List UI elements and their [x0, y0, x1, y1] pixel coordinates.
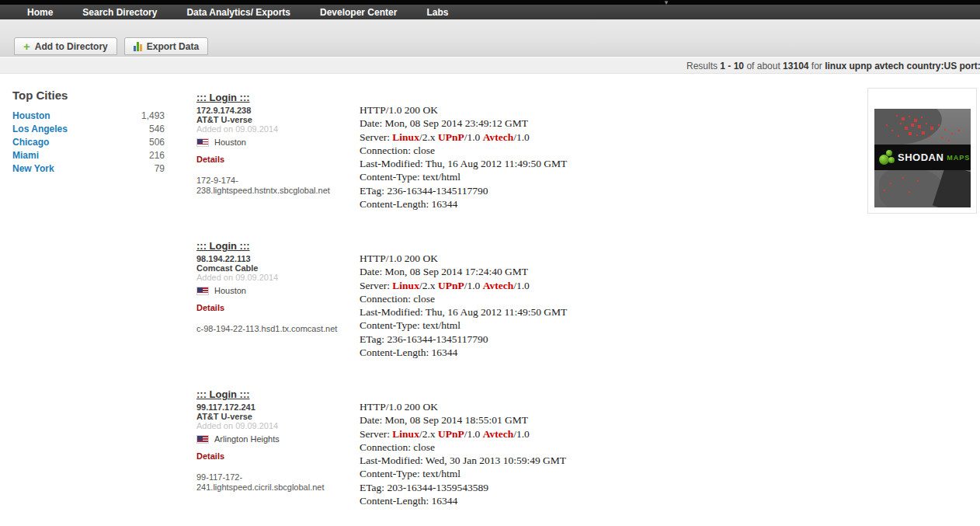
banner-line: Content-Length: 16344 [360, 494, 554, 507]
map-landmass-north [874, 109, 944, 149]
result-ip: 98.194.22.113 [196, 254, 360, 263]
banner-line: Content-Type: text/html [360, 170, 554, 183]
main-navbar: Home Search Directory Data Analytics/ Ex… [0, 5, 980, 19]
bar-chart-icon [134, 42, 142, 51]
export-data-button[interactable]: Export Data [124, 37, 208, 55]
search-result: ::: Login ::: 99.117.172.241 AT&T U-vers… [196, 387, 554, 507]
result-isp: Comcast Cable [196, 263, 360, 273]
city-count: 216 [149, 150, 165, 161]
banner-line: Content-Type: text/html [360, 319, 554, 332]
result-isp: AT&T U-verse [196, 412, 360, 421]
shodan-search-results-page: ▾ Home Search Directory Data Analytics/ … [0, 0, 980, 526]
result-city: Houston [214, 138, 246, 147]
toolbar: + Add to Directory Export Data [14, 37, 208, 55]
banner-line: ETag: 236-16344-1345117790 [360, 333, 554, 346]
result-location: Arlington Heights [196, 434, 360, 444]
map-subtitle: MAPS [947, 154, 970, 162]
top-cities-sidebar: Top Cities Houston 1,493 Los Angeles 546… [12, 89, 165, 175]
results-summary: Results 1 - 10 of about 13104 for linux … [686, 61, 980, 71]
top-cities-title: Top Cities [12, 89, 165, 102]
results-range: 1 - 10 [720, 61, 744, 71]
banner-line: Last-Modified: Wed, 30 Jan 2013 10:59:49… [360, 454, 554, 467]
banner-line: Last-Modified: Thu, 16 Aug 2012 11:49:50… [360, 305, 554, 319]
search-result: ::: Login ::: 98.194.22.113 Comcast Cabl… [196, 239, 554, 359]
results-summary-band: Results 1 - 10 of about 13104 for linux … [0, 57, 980, 74]
banner-line: ETag: 236-16344-1345117790 [360, 184, 554, 197]
details-link[interactable]: Details [196, 451, 224, 461]
result-ip: 99.117.172.241 [196, 402, 360, 412]
result-city: Arlington Heights [214, 434, 280, 444]
result-title-link[interactable]: ::: Login ::: [196, 240, 250, 252]
us-flag-icon [196, 287, 209, 295]
nav-item-data-analytics-exports[interactable]: Data Analytics/ Exports [186, 7, 290, 18]
us-flag-icon [196, 435, 209, 444]
result-title-link[interactable]: ::: Login ::: [196, 92, 250, 103]
map-logo-band: SHODAN MAPS [874, 145, 971, 170]
city-row: Los Angeles 546 [12, 122, 165, 135]
us-flag-icon [196, 138, 209, 147]
banner-line: HTTP/1.0 200 OK [360, 103, 554, 117]
result-added-date: Added on 09.09.2014 [196, 421, 360, 430]
result-added-date: Added on 09.09.2014 [196, 124, 360, 134]
result-hostname: 99-117-172-241.lightspeed.cicril.sbcglob… [196, 472, 352, 493]
result-hostname: c-98-194-22-113.hsd1.tx.comcast.net [196, 324, 352, 334]
result-hostname: 172-9-174-238.lightspeed.hstntx.sbcgloba… [196, 176, 352, 196]
city-link[interactable]: Chicago [12, 137, 49, 148]
city-link[interactable]: Houston [12, 110, 50, 121]
details-link[interactable]: Details [196, 155, 224, 164]
map-red-dots [874, 109, 876, 110]
results-total: 13104 [783, 61, 808, 71]
banner-line: Connection: close [360, 441, 554, 454]
plus-icon: + [23, 42, 30, 51]
banner-line: Connection: close [360, 292, 554, 305]
city-list: Houston 1,493 Los Angeles 546 Chicago 50… [12, 109, 165, 175]
city-row: New York 79 [12, 162, 165, 175]
city-count: 1,493 [141, 110, 165, 121]
result-meta: ::: Login ::: 98.194.22.113 Comcast Cabl… [196, 239, 360, 359]
city-row: Houston 1,493 [12, 109, 165, 122]
banner-line: Server: Linux/2.x UPnP/1.0 Avtech/1.0 [360, 131, 554, 144]
result-banner: HTTP/1.0 200 OKDate: Mon, 08 Sep 2014 23… [360, 90, 554, 211]
search-result: ::: Login ::: 172.9.174.238 AT&T U-verse… [196, 90, 554, 211]
banner-line: Server: Linux/2.x UPnP/1.0 Avtech/1.0 [360, 279, 554, 292]
nav-item-home[interactable]: Home [27, 7, 53, 18]
result-isp: AT&T U-verse [196, 115, 360, 124]
results-prefix: Results [686, 61, 718, 71]
city-count: 506 [149, 137, 165, 148]
results-query: linux upnp avtech country:US port:8 [825, 61, 980, 71]
banner-line: Connection: close [360, 144, 554, 157]
banner-line: Server: Linux/2.x UPnP/1.0 Avtech/1.0 [360, 427, 554, 441]
add-to-directory-button[interactable]: + Add to Directory [14, 37, 117, 55]
banner-line: ETag: 203-16344-1359543589 [360, 481, 554, 494]
banner-line: Content-Length: 16344 [360, 197, 554, 211]
result-meta: ::: Login ::: 99.117.172.241 AT&T U-vers… [196, 387, 360, 507]
map-dark-region [933, 164, 971, 207]
city-link[interactable]: New York [12, 163, 54, 174]
result-location: Houston [196, 286, 360, 295]
nav-item-labs[interactable]: Labs [426, 7, 448, 18]
city-count: 79 [155, 163, 165, 174]
city-count: 546 [149, 124, 165, 134]
shodan-logo-icon [877, 148, 898, 168]
banner-line: Content-Length: 16344 [360, 346, 554, 359]
nav-item-search-directory[interactable]: Search Directory [82, 7, 157, 18]
shodan-maps-thumbnail[interactable]: SHODAN MAPS [867, 88, 977, 214]
details-link[interactable]: Details [196, 303, 224, 312]
results-middle: of about [746, 61, 780, 71]
map-image: SHODAN MAPS [874, 109, 971, 207]
nav-item-developer-center[interactable]: Developer Center [320, 7, 397, 18]
banner-line: Date: Mon, 08 Sep 2014 17:24:40 GMT [360, 265, 554, 278]
result-meta: ::: Login ::: 172.9.174.238 AT&T U-verse… [196, 90, 360, 211]
banner-line: HTTP/1.0 200 OK [360, 252, 554, 265]
result-added-date: Added on 09.09.2014 [196, 273, 360, 282]
map-title: SHODAN [898, 152, 944, 163]
banner-line: Date: Mon, 08 Sep 2014 18:55:01 GMT [360, 413, 554, 427]
result-ip: 172.9.174.238 [196, 106, 360, 115]
banner-line: Last-Modified: Thu, 16 Aug 2012 11:49:50… [360, 157, 554, 170]
result-title-link[interactable]: ::: Login ::: [196, 388, 250, 400]
banner-line: Date: Mon, 08 Sep 2014 23:49:12 GMT [360, 117, 554, 130]
city-link[interactable]: Miami [12, 150, 39, 161]
add-to-directory-label: Add to Directory [35, 41, 108, 52]
city-link[interactable]: Los Angeles [12, 124, 68, 134]
result-location: Houston [196, 138, 360, 147]
